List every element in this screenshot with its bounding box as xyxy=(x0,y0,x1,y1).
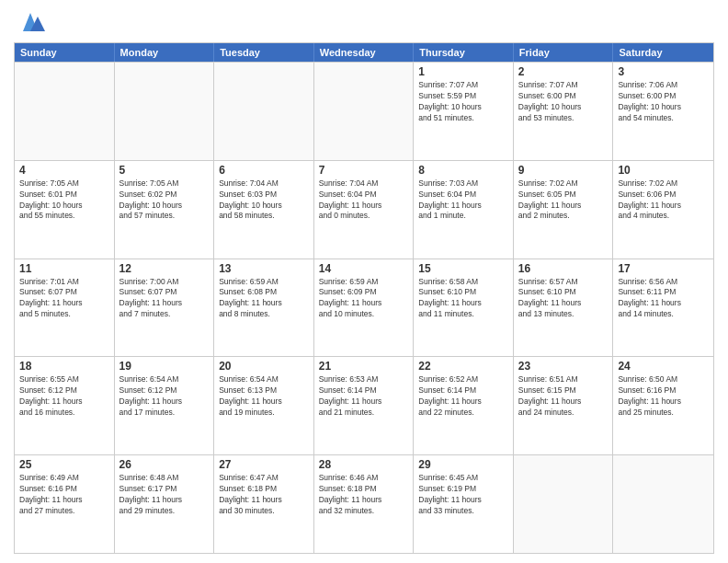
calendar-cell xyxy=(214,63,314,160)
day-info: Sunrise: 7:05 AMSunset: 6:02 PMDaylight:… xyxy=(119,178,210,223)
day-info: Sunrise: 6:53 AMSunset: 6:14 PMDaylight:… xyxy=(319,374,409,419)
day-info: Sunrise: 6:59 AMSunset: 6:09 PMDaylight:… xyxy=(319,277,409,321)
weekday-header: Wednesday xyxy=(314,43,415,62)
day-number: 16 xyxy=(518,262,609,275)
day-number: 27 xyxy=(219,458,309,471)
calendar-row: 25Sunrise: 6:49 AMSunset: 6:16 PMDayligh… xyxy=(15,454,713,553)
calendar-row: 18Sunrise: 6:55 AMSunset: 6:12 PMDayligh… xyxy=(15,356,713,454)
calendar-cell xyxy=(15,63,115,160)
header xyxy=(14,9,714,35)
calendar-cell: 19Sunrise: 6:54 AMSunset: 6:12 PMDayligh… xyxy=(115,357,215,454)
weekday-header: Monday xyxy=(115,43,215,62)
weekday-header: Thursday xyxy=(414,43,514,62)
day-info: Sunrise: 7:04 AMSunset: 6:03 PMDaylight:… xyxy=(219,178,309,223)
day-number: 9 xyxy=(518,164,609,177)
day-number: 23 xyxy=(518,360,609,373)
weekday-header: Friday xyxy=(514,43,614,62)
calendar-header: SundayMondayTuesdayWednesdayThursdayFrid… xyxy=(15,43,713,62)
day-info: Sunrise: 6:58 AMSunset: 6:10 PMDaylight:… xyxy=(418,277,508,321)
calendar-cell: 15Sunrise: 6:58 AMSunset: 6:10 PMDayligh… xyxy=(414,259,514,357)
calendar-cell: 20Sunrise: 6:54 AMSunset: 6:13 PMDayligh… xyxy=(214,357,314,454)
day-info: Sunrise: 7:07 AMSunset: 6:00 PMDaylight:… xyxy=(518,80,609,124)
calendar-cell: 22Sunrise: 6:52 AMSunset: 6:14 PMDayligh… xyxy=(414,357,514,454)
calendar-cell: 8Sunrise: 7:03 AMSunset: 6:04 PMDaylight… xyxy=(414,161,514,259)
day-info: Sunrise: 6:46 AMSunset: 6:18 PMDaylight:… xyxy=(319,473,409,517)
calendar-cell: 26Sunrise: 6:48 AMSunset: 6:17 PMDayligh… xyxy=(115,455,215,553)
calendar-cell xyxy=(613,455,713,553)
day-number: 1 xyxy=(418,65,508,78)
day-info: Sunrise: 6:47 AMSunset: 6:18 PMDaylight:… xyxy=(219,473,309,517)
calendar-cell: 11Sunrise: 7:01 AMSunset: 6:07 PMDayligh… xyxy=(15,259,115,357)
day-number: 11 xyxy=(19,262,109,275)
day-number: 20 xyxy=(219,360,309,373)
weekday-header: Sunday xyxy=(15,43,115,62)
day-number: 29 xyxy=(418,458,508,471)
day-number: 21 xyxy=(319,360,409,373)
day-info: Sunrise: 7:07 AMSunset: 5:59 PMDaylight:… xyxy=(418,80,508,124)
day-info: Sunrise: 6:52 AMSunset: 6:14 PMDaylight:… xyxy=(418,374,508,419)
calendar-cell: 21Sunrise: 6:53 AMSunset: 6:14 PMDayligh… xyxy=(314,357,415,454)
weekday-header: Saturday xyxy=(613,43,713,62)
day-info: Sunrise: 6:59 AMSunset: 6:08 PMDaylight:… xyxy=(219,277,309,321)
day-info: Sunrise: 6:48 AMSunset: 6:17 PMDaylight:… xyxy=(119,473,210,517)
calendar-cell: 2Sunrise: 7:07 AMSunset: 6:00 PMDaylight… xyxy=(514,63,614,160)
calendar: SundayMondayTuesdayWednesdayThursdayFrid… xyxy=(14,42,714,554)
calendar-cell: 1Sunrise: 7:07 AMSunset: 5:59 PMDaylight… xyxy=(414,63,514,160)
calendar-cell: 12Sunrise: 7:00 AMSunset: 6:07 PMDayligh… xyxy=(115,259,215,357)
day-number: 18 xyxy=(19,360,109,373)
day-number: 10 xyxy=(618,164,709,177)
calendar-cell: 29Sunrise: 6:45 AMSunset: 6:19 PMDayligh… xyxy=(414,455,514,553)
day-info: Sunrise: 6:50 AMSunset: 6:16 PMDaylight:… xyxy=(618,374,709,419)
day-number: 24 xyxy=(618,360,709,373)
calendar-cell: 18Sunrise: 6:55 AMSunset: 6:12 PMDayligh… xyxy=(15,357,115,454)
calendar-cell: 4Sunrise: 7:05 AMSunset: 6:01 PMDaylight… xyxy=(15,161,115,259)
calendar-cell: 10Sunrise: 7:02 AMSunset: 6:06 PMDayligh… xyxy=(613,161,713,259)
day-info: Sunrise: 6:55 AMSunset: 6:12 PMDaylight:… xyxy=(19,374,109,419)
day-info: Sunrise: 7:05 AMSunset: 6:01 PMDaylight:… xyxy=(19,178,109,223)
day-number: 15 xyxy=(418,262,508,275)
calendar-cell: 6Sunrise: 7:04 AMSunset: 6:03 PMDaylight… xyxy=(214,161,314,259)
calendar-cell: 5Sunrise: 7:05 AMSunset: 6:02 PMDaylight… xyxy=(115,161,215,259)
day-number: 12 xyxy=(119,262,210,275)
calendar-cell: 17Sunrise: 6:56 AMSunset: 6:11 PMDayligh… xyxy=(613,259,713,357)
calendar-cell: 3Sunrise: 7:06 AMSunset: 6:00 PMDaylight… xyxy=(613,63,713,160)
day-number: 5 xyxy=(119,164,210,177)
logo-icon xyxy=(16,9,45,35)
day-info: Sunrise: 7:00 AMSunset: 6:07 PMDaylight:… xyxy=(119,277,210,321)
calendar-cell: 28Sunrise: 6:46 AMSunset: 6:18 PMDayligh… xyxy=(314,455,415,553)
day-info: Sunrise: 6:45 AMSunset: 6:19 PMDaylight:… xyxy=(418,473,508,517)
calendar-cell: 13Sunrise: 6:59 AMSunset: 6:08 PMDayligh… xyxy=(214,259,314,357)
calendar-cell: 23Sunrise: 6:51 AMSunset: 6:15 PMDayligh… xyxy=(514,357,614,454)
day-info: Sunrise: 6:54 AMSunset: 6:13 PMDaylight:… xyxy=(219,374,309,419)
day-number: 6 xyxy=(219,164,309,177)
calendar-cell: 7Sunrise: 7:04 AMSunset: 6:04 PMDaylight… xyxy=(314,161,415,259)
weekday-header: Tuesday xyxy=(214,43,314,62)
day-info: Sunrise: 6:51 AMSunset: 6:15 PMDaylight:… xyxy=(518,374,609,419)
calendar-cell xyxy=(314,63,415,160)
calendar-cell: 9Sunrise: 7:02 AMSunset: 6:05 PMDaylight… xyxy=(514,161,614,259)
day-number: 28 xyxy=(319,458,409,471)
calendar-cell xyxy=(514,455,614,553)
page: SundayMondayTuesdayWednesdayThursdayFrid… xyxy=(0,0,728,563)
day-info: Sunrise: 6:49 AMSunset: 6:16 PMDaylight:… xyxy=(19,473,109,517)
logo xyxy=(14,9,45,35)
day-number: 14 xyxy=(319,262,409,275)
day-info: Sunrise: 7:01 AMSunset: 6:07 PMDaylight:… xyxy=(19,277,109,321)
day-number: 2 xyxy=(518,65,609,78)
calendar-row: 11Sunrise: 7:01 AMSunset: 6:07 PMDayligh… xyxy=(15,259,713,357)
day-info: Sunrise: 7:02 AMSunset: 6:05 PMDaylight:… xyxy=(518,178,609,223)
day-number: 19 xyxy=(119,360,210,373)
calendar-cell: 25Sunrise: 6:49 AMSunset: 6:16 PMDayligh… xyxy=(15,455,115,553)
day-number: 26 xyxy=(119,458,210,471)
day-info: Sunrise: 6:56 AMSunset: 6:11 PMDaylight:… xyxy=(618,277,709,321)
day-info: Sunrise: 7:02 AMSunset: 6:06 PMDaylight:… xyxy=(618,178,709,223)
calendar-body: 1Sunrise: 7:07 AMSunset: 5:59 PMDaylight… xyxy=(15,62,713,553)
calendar-cell: 14Sunrise: 6:59 AMSunset: 6:09 PMDayligh… xyxy=(314,259,415,357)
day-number: 7 xyxy=(319,164,409,177)
calendar-row: 4Sunrise: 7:05 AMSunset: 6:01 PMDaylight… xyxy=(15,160,713,259)
day-number: 3 xyxy=(618,65,709,78)
day-info: Sunrise: 7:06 AMSunset: 6:00 PMDaylight:… xyxy=(618,80,709,124)
calendar-row: 1Sunrise: 7:07 AMSunset: 5:59 PMDaylight… xyxy=(15,62,713,160)
calendar-cell xyxy=(115,63,215,160)
calendar-cell: 24Sunrise: 6:50 AMSunset: 6:16 PMDayligh… xyxy=(613,357,713,454)
